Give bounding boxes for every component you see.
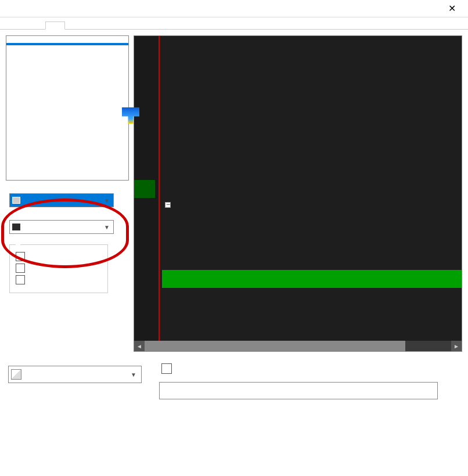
color-swatch-icon — [12, 197, 20, 204]
gutter — [134, 36, 160, 341]
tab-syntax[interactable] — [45, 21, 65, 30]
tab-display[interactable] — [26, 21, 45, 30]
preset-icon — [11, 369, 21, 380]
italic-checkbox[interactable] — [16, 264, 102, 273]
file-types-input[interactable] — [159, 382, 438, 399]
left-panel: ▼ ▼ — [6, 35, 129, 352]
list-item[interactable] — [6, 57, 128, 59]
content-area: ▼ ▼ — [0, 30, 468, 358]
checkbox-icon — [161, 363, 172, 374]
syntax-highlight-checkbox[interactable] — [161, 363, 460, 374]
checkbox-icon — [16, 264, 25, 273]
tab-autosave[interactable] — [105, 21, 124, 30]
scroll-left-icon[interactable]: ◄ — [134, 341, 145, 351]
titlebar: ✕ — [0, 0, 468, 17]
chevron-down-icon: ▼ — [126, 372, 141, 378]
chevron-down-icon: ▼ — [100, 224, 113, 230]
checkbox-icon — [16, 275, 25, 284]
checkbox-icon — [16, 252, 25, 261]
fold-marker-icon[interactable] — [165, 202, 171, 208]
tab-basic[interactable] — [6, 21, 26, 30]
horizontal-scrollbar[interactable]: ◄ ► — [134, 341, 462, 351]
tab-completion[interactable] — [85, 21, 105, 30]
styles-fieldset — [9, 244, 108, 293]
close-button[interactable]: ✕ — [440, 1, 463, 17]
bold-checkbox[interactable] — [16, 252, 102, 261]
syntax-element-list[interactable] — [6, 35, 129, 181]
tab-code[interactable] — [65, 21, 85, 30]
scroll-thumb[interactable] — [145, 341, 405, 351]
underline-checkbox[interactable] — [16, 275, 102, 284]
code-preview: ◄ ► — [134, 35, 462, 352]
color-swatch-icon — [12, 223, 20, 230]
preset-combo[interactable]: ▼ — [8, 366, 142, 383]
scroll-right-icon[interactable]: ► — [451, 341, 462, 351]
tab-bar — [0, 17, 468, 30]
code-area — [160, 36, 462, 341]
background-color-combo[interactable]: ▼ — [9, 220, 114, 234]
bottom-panel: ▼ — [0, 358, 468, 405]
chevron-down-icon: ▼ — [100, 197, 113, 204]
foreground-color-combo[interactable]: ▼ — [9, 193, 114, 207]
